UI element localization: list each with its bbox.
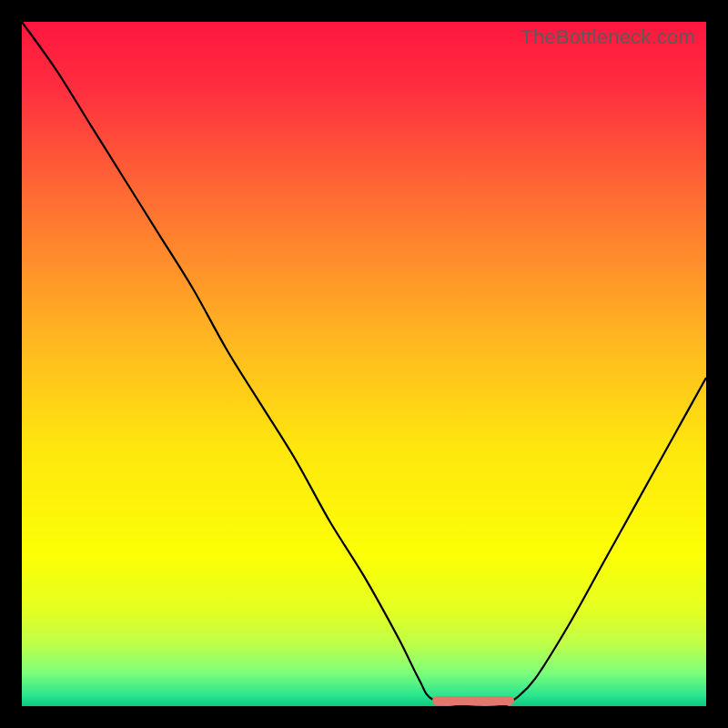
chart-frame: TheBottleneck.com (0, 0, 728, 728)
plot-area: TheBottleneck.com (22, 22, 706, 706)
watermark-text: TheBottleneck.com (521, 25, 695, 49)
flat-region-marker (432, 696, 514, 705)
line-curve (22, 22, 706, 706)
